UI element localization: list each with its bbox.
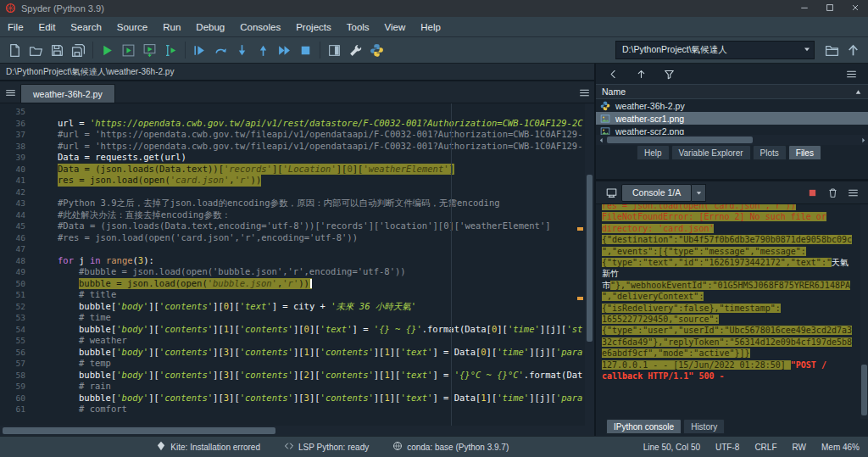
code-line-43[interactable]: 43#Python 3.9之后，去掉了json.load的encoding参数，…	[0, 198, 594, 209]
code-line-37[interactable]: 37#url = 'https://opendata.cwb.gov.tw/fi…	[0, 129, 594, 141]
run-cell-advance-button[interactable]	[139, 40, 160, 61]
code-line-45[interactable]: 45#Data = (json.loads(Data.text,encoding…	[0, 220, 594, 232]
chevron-down-icon[interactable]	[802, 44, 812, 56]
menu-debug[interactable]: Debug	[188, 17, 232, 36]
console-tab-dropdown[interactable]	[692, 184, 706, 202]
debug-button[interactable]	[189, 40, 210, 61]
python-logo-button[interactable]	[366, 40, 387, 61]
code-line-42[interactable]: 42	[0, 187, 594, 198]
preferences-button[interactable]	[345, 40, 366, 61]
sort-asc-icon[interactable]	[854, 88, 862, 96]
debug-step-button[interactable]	[210, 40, 231, 61]
close-console-button[interactable]	[822, 182, 843, 203]
menu-search[interactable]: Search	[63, 17, 108, 36]
parent-folder-button[interactable]	[631, 64, 651, 84]
code-line-60[interactable]: 60bubble['body']['contents'][3]['content…	[0, 393, 594, 404]
stop-button[interactable]	[295, 40, 316, 61]
console-vertical-scrollbar[interactable]	[860, 204, 868, 419]
browse-directory-button[interactable]	[821, 40, 843, 61]
save-all-button[interactable]	[68, 40, 89, 61]
code-line-53[interactable]: 53# time	[0, 312, 594, 324]
column-header-name[interactable]: Name	[602, 86, 626, 97]
scrollbar-thumb[interactable]	[607, 137, 753, 143]
file-row[interactable]: weather-scr2.png	[596, 125, 868, 135]
editor-vertical-scrollbar[interactable]	[585, 103, 594, 426]
maximize-pane-button[interactable]	[324, 40, 345, 61]
code-line-38[interactable]: 38#url = 'https://opendata.cwb.gov.tw/fi…	[0, 141, 594, 153]
close-button[interactable]	[843, 0, 868, 17]
menu-help[interactable]: Help	[413, 17, 448, 36]
menu-source[interactable]: Source	[109, 17, 155, 36]
file-row[interactable]: weather-36h-2.py	[596, 99, 868, 112]
editor-horizontal-scrollbar[interactable]	[0, 426, 594, 436]
browse-tabs-icon[interactable]	[0, 82, 20, 103]
tab-ipython-console[interactable]: IPython console	[606, 419, 682, 434]
console-tab[interactable]: Console 1/A	[621, 184, 692, 202]
menu-run[interactable]: Run	[155, 17, 188, 36]
files-horizontal-scrollbar[interactable]	[596, 135, 868, 145]
menu-edit[interactable]: Edit	[31, 17, 64, 36]
working-directory-combobox[interactable]: D:\PythonProject\氣候達人	[615, 41, 815, 59]
code-line-47[interactable]: 47	[0, 243, 594, 255]
scrollbar-thumb[interactable]	[3, 427, 275, 434]
menu-tools[interactable]: Tools	[339, 17, 377, 36]
lsp-status[interactable]: LSP Python: ready	[284, 441, 369, 453]
tab-files[interactable]: Files	[788, 145, 821, 160]
code-line-40[interactable]: 40Data = (json.loads(Data.text))['record…	[0, 164, 594, 176]
minimize-button[interactable]	[792, 0, 817, 17]
new-file-button[interactable]	[4, 40, 25, 61]
tab-history[interactable]: History	[683, 419, 725, 434]
file-row[interactable]: weather-scr1.png	[596, 112, 868, 125]
code-line-55[interactable]: 55# weather	[0, 335, 594, 347]
console-options-menu[interactable]	[843, 182, 863, 203]
run-button[interactable]	[97, 40, 118, 61]
code-line-44[interactable]: 44#此处解决办法：直接去掉encoding参数：	[0, 209, 594, 221]
tab-help[interactable]: Help	[637, 145, 670, 160]
code-line-39[interactable]: 39Data = requests.get(url)	[0, 152, 594, 164]
save-button[interactable]	[47, 40, 68, 61]
scrollbar-thumb[interactable]	[861, 365, 867, 415]
scroll-left-icon[interactable]	[596, 135, 606, 145]
back-button[interactable]	[603, 64, 623, 84]
run-selection-button[interactable]	[160, 40, 181, 61]
menu-file[interactable]: File	[0, 17, 31, 36]
code-line-56[interactable]: 56bubble['body']['contents'][3]['content…	[0, 347, 594, 359]
scrollbar-thumb[interactable]	[587, 175, 593, 343]
debug-step-out-button[interactable]	[253, 40, 274, 61]
code-editor[interactable]: 3536url = 'https://opendata.cwb.gov.tw/a…	[0, 103, 594, 426]
scroll-right-icon[interactable]	[858, 135, 868, 145]
code-line-41[interactable]: 41res = json.load(open('card.json','r'))	[0, 175, 594, 187]
menu-projects[interactable]: Projects	[288, 17, 339, 36]
code-line-35[interactable]: 35	[0, 106, 594, 118]
scrollbar-track[interactable]	[0, 426, 594, 436]
filter-button[interactable]	[659, 64, 679, 84]
code-line-46[interactable]: 46#res = json.load(open('card.json','r',…	[0, 232, 594, 244]
tab-plots[interactable]: Plots	[753, 145, 787, 160]
debug-continue-button[interactable]	[274, 40, 295, 61]
code-line-51[interactable]: 51# title	[0, 289, 594, 301]
debug-step-into-button[interactable]	[231, 40, 253, 61]
menu-consoles[interactable]: Consoles	[232, 17, 288, 36]
console-output[interactable]: res = json.load(open('card.json','r'))Fi…	[596, 204, 868, 419]
code-line-61[interactable]: 61# comfort	[0, 404, 594, 415]
tab-variable-explorer[interactable]: Variable Explorer	[671, 145, 751, 160]
code-line-48[interactable]: 48for j in range(3):	[0, 255, 594, 267]
code-line-50[interactable]: 50bubble = json.load(open('bubble.json',…	[0, 278, 594, 290]
kite-status[interactable]: Kite: Installation errored	[156, 441, 260, 453]
menu-view[interactable]: View	[377, 17, 414, 36]
code-line-59[interactable]: 59# rain	[0, 381, 594, 393]
code-line-57[interactable]: 57# temp	[0, 358, 594, 370]
parent-directory-button[interactable]	[843, 40, 864, 61]
editor-tab[interactable]: weather-36h-2.py	[20, 84, 115, 103]
code-line-58[interactable]: 58bubble['body']['contents'][3]['content…	[0, 370, 594, 382]
run-cell-button[interactable]	[118, 40, 139, 61]
code-line-54[interactable]: 54bubble['body']['contents'][1]['content…	[0, 324, 594, 336]
scrollbar-track[interactable]	[606, 135, 858, 145]
code-line-49[interactable]: 49#bubble = json.load(open('bubble.json'…	[0, 266, 594, 278]
files-options-menu[interactable]	[841, 64, 861, 84]
editor-options-menu[interactable]	[574, 82, 594, 103]
conda-status[interactable]: conda: base (Python 3.9.7)	[392, 441, 509, 453]
maximize-button[interactable]	[817, 0, 843, 17]
open-file-button[interactable]	[25, 40, 47, 61]
code-line-36[interactable]: 36url = 'https://opendata.cwb.gov.tw/api…	[0, 118, 594, 130]
